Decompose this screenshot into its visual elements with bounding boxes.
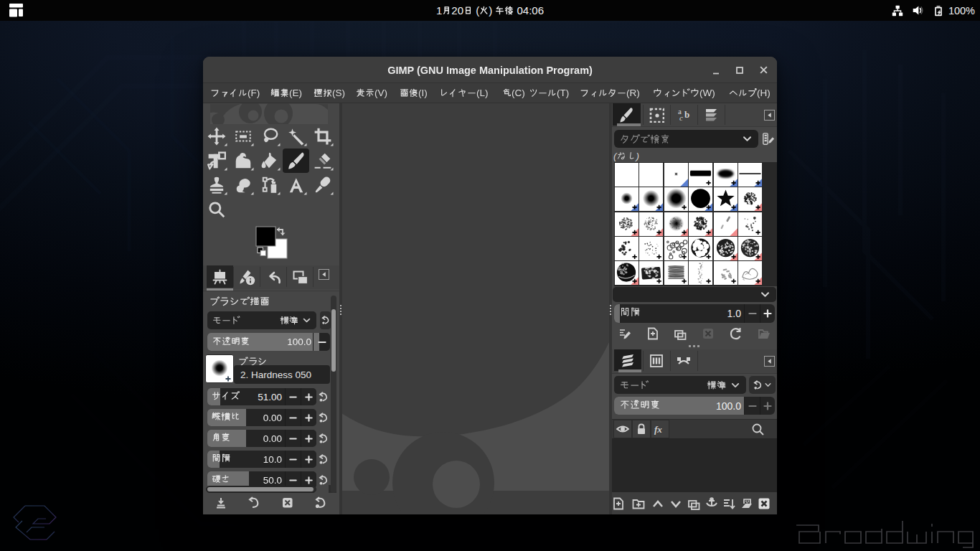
svg-text:c: c (679, 113, 683, 122)
svg-text:b: b (684, 109, 689, 120)
svg-text:fx: fx (654, 424, 662, 435)
